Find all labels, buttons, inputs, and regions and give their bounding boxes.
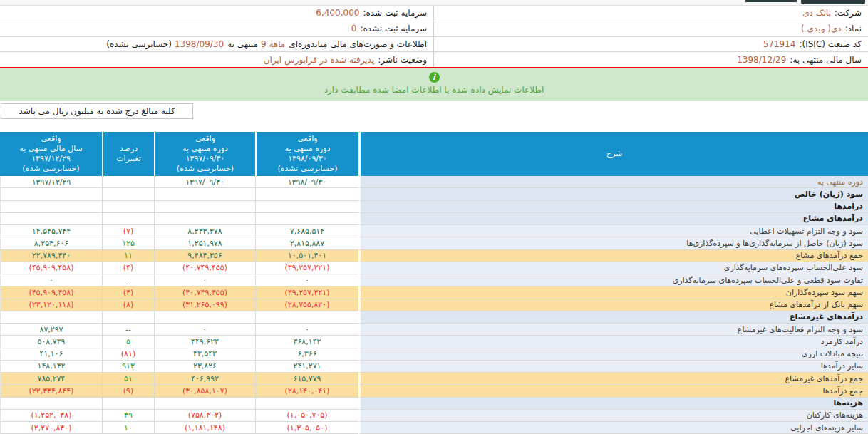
column-header-c1: واقعیدوره منتهی به۱۳۹۸/۰۹/۳۰(حسابرسی نشد… <box>255 132 358 176</box>
value-cell-c2 <box>154 311 255 324</box>
value-cell-c3: (۴) <box>102 286 154 299</box>
value-cell-c4 <box>0 188 102 200</box>
column-header-c4: واقعیسال مالی منتهی به۱۳۹۷/۱۲/۲۹(حسابرسی… <box>0 132 102 176</box>
value-cell-c3: (۸) <box>102 299 154 311</box>
column-header-c2: واقعیدوره منتهی به۱۳۹۷/۰۹/۳۰(حسابرسی شده… <box>154 132 255 176</box>
fiscal-year-label: سال مالی منتهی به: <box>790 55 862 65</box>
row-label: سود علی‌الحساب سپرده‌های سرمایه‌گذاری <box>358 262 868 274</box>
table-row: هزینه‌های کارکنان(۱,۰۵۰,۷۰۵)(۷۵۸,۴۰۲)۳۹(… <box>0 410 868 422</box>
column-header-description: شرح <box>358 132 868 176</box>
row-label: درآمدهای غیرمشاع <box>358 311 868 324</box>
value-cell-c4: (۱,۲۵۲,۰۳۸) <box>0 410 102 422</box>
row-label: درآمدهای مشاع <box>358 213 868 225</box>
value-cell-c1 <box>255 188 358 200</box>
table-row: سایر هزینه‌های اجرایی(۱,۳۰۵,۰۵۰)(۱,۱۸۱,۱… <box>0 422 868 434</box>
row-label: هزینه‌های کارکنان <box>358 410 868 422</box>
value-cell-c2: (۱,۱۸۱,۱۴۸) <box>154 422 255 434</box>
value-cell-c3: ۱۰ <box>102 422 154 434</box>
unregistered-capital-value: 0 <box>351 24 357 33</box>
unregistered-capital-row: سرمایه ثبت نشده: 0 <box>0 21 433 37</box>
fiscal-year-value: 1398/12/29 <box>737 55 786 65</box>
value-cell-c2: ۳۴۹,۶۲۳ <box>154 336 255 348</box>
value-cell-c2: ۹,۴۸۴,۳۵۶ <box>154 250 255 262</box>
table-row: جمع درآمدهای غیرمشاع۶۱۵,۷۷۹۴۰۶,۹۹۲۵۱۷۸۵,… <box>0 373 868 385</box>
value-cell-c3: (۷) <box>102 225 154 237</box>
table-row: سود (زیان) حاصل از سرمایه‌گذاری‌ها و سپر… <box>0 237 868 249</box>
table-row: سهم بانک از درآمدهای مشاع(۲۸,۷۵۵,۸۲۰)(۳۱… <box>0 299 868 311</box>
value-cell-c1: (۱,۳۰۵,۰۵۰) <box>255 422 358 434</box>
table-row: هزینه‌ها <box>0 398 868 410</box>
value-cell-c1: ۲۴۱,۲۷۱ <box>255 361 358 373</box>
table-row: سود علی‌الحساب سپرده‌های سرمایه‌گذاری(۳۹… <box>0 262 868 274</box>
isic-value: 571914 <box>763 39 796 49</box>
info-icon: i <box>429 72 440 83</box>
issuer-status-row: وضعیت ناشر: پذیرفته شده در فرابورس ایران <box>0 52 433 67</box>
value-cell-c1 <box>255 398 358 410</box>
value-cell-c1: ۶,۳۶۶ <box>255 348 358 361</box>
row-label: درآمدها <box>358 201 868 213</box>
value-cell-c2: ۰ <box>154 324 255 336</box>
value-cell-c4: ۰ <box>0 274 102 286</box>
unit-note-box: کلیه مبالغ درج شده به میلیون ریال می باش… <box>1 103 193 119</box>
report-title-middle: منتهی به <box>227 39 258 49</box>
top-strip <box>0 0 868 5</box>
table-row: جمع درآمدها(۲۸,۱۴۰,۰۴۱)(۳۰,۸۵۸,۱۰۷)(۹)(۲… <box>0 385 868 397</box>
value-cell-c2: (۳۱,۲۶۵,۰۹۹) <box>154 299 255 311</box>
report-date-highlight: 1398/09/30 <box>175 39 224 49</box>
value-cell-c4: ۲۲,۷۸۹,۳۴۰ <box>0 250 102 262</box>
row-label: سود (زیان) حاصل از سرمایه‌گذاری‌ها و سپر… <box>358 237 868 249</box>
table-row: جمع درآمدهای مشاع۱۰,۵۰۱,۴۰۱۹,۴۸۴,۳۵۶۱۱۲۲… <box>0 250 868 262</box>
value-cell-c4: ۵۰۸,۷۳۹ <box>0 336 102 348</box>
report-title-prefix: اطلاعات و صورت‌های مالی میاندوره‌ای <box>289 39 427 49</box>
row-label: سایر هزینه‌های اجرایی <box>358 422 868 434</box>
value-cell-c3 <box>102 213 154 225</box>
value-cell-c1: (۲۸,۱۴۰,۰۴۱) <box>255 385 358 397</box>
unit-note-text: کلیه مبالغ درج شده به میلیون ریال می باش… <box>19 106 175 116</box>
value-cell-c4: ۸۷,۲۹۷ <box>0 324 102 336</box>
value-cell-c4: ۴۱,۱۰۶ <box>0 348 102 361</box>
toolbar-remnant-icon <box>745 0 797 2</box>
value-cell-c4 <box>0 213 102 225</box>
issuer-status-label: وضعیت ناشر: <box>378 55 427 65</box>
value-cell-c4: (۲,۲۷۰,۸۳۰) <box>0 422 102 434</box>
signature-banner: i اطلاعات نمایش داده شده با اطلاعات امضا… <box>0 68 868 101</box>
value-cell-c3 <box>102 188 154 200</box>
report-title-suffix: (حسابرسی نشده) <box>106 39 172 49</box>
value-cell-c4: (۲۲,۳۳۴,۸۴۴) <box>0 385 102 397</box>
value-cell-c2: ۴۰۶,۹۹۲ <box>154 373 255 385</box>
value-cell-c4: ۷۸۵,۲۷۴ <box>0 373 102 385</box>
value-cell-c3: (۹) <box>102 385 154 397</box>
isic-label: کد صنعت (ISIC): <box>799 39 862 49</box>
value-cell-c4: (۲۳,۱۲۰,۱۱۸) <box>0 299 102 311</box>
table-row: سود (زیان) خالص <box>0 188 868 200</box>
company-info-left: سرمایه ثبت شده: 6,400,000 سرمایه ثبت نشد… <box>0 6 433 67</box>
value-cell-c2: ۳۳,۵۴۳ <box>154 348 255 361</box>
unregistered-capital-label: سرمایه ثبت نشده: <box>360 24 427 33</box>
report-period-highlight: 9 ماهه <box>261 39 285 49</box>
company-row: شرکت: بانک دی <box>434 6 868 21</box>
value-cell-c1: ۱۰,۵۰۱,۴۰۱ <box>255 250 358 262</box>
description-header-label: شرح <box>606 149 622 159</box>
symbol-value: دی( وبدی ) <box>801 24 842 33</box>
value-cell-c1: ۲,۸۱۵,۸۸۷ <box>255 237 358 249</box>
value-cell-c3: ۱۱ <box>102 250 154 262</box>
value-cell-c1: ۱۳۹۸/۰۹/۳۰ <box>255 176 358 188</box>
value-cell-c2: (۳۰,۸۵۸,۱۰۷) <box>154 385 255 397</box>
value-cell-c4: ۱۳۹۷/۱۲/۲۹ <box>0 176 102 188</box>
value-cell-c1: ۶۱۵,۷۷۹ <box>255 373 358 385</box>
table-row: سود و وجه التزام فعالیت‌های غیرمشاع۰۰--۸… <box>0 324 868 336</box>
report-title-row: اطلاعات و صورت‌های مالی میاندوره‌ای 9 ما… <box>0 37 433 53</box>
symbol-row: نماد: دی( وبدی ) <box>434 21 868 37</box>
value-cell-c2: (۴۰,۷۴۹,۴۵۵) <box>154 286 255 299</box>
row-label: سهم سود سپرده‌گذاران <box>358 286 868 299</box>
issuer-status-value: پذیرفته شده در فرابورس ایران <box>264 55 375 65</box>
symbol-label: نماد: <box>845 24 862 33</box>
value-cell-c2 <box>154 398 255 410</box>
value-cell-c1: ۷,۶۸۵,۵۱۴ <box>255 225 358 237</box>
value-cell-c2: ۰ <box>154 274 255 286</box>
value-cell-c2 <box>154 201 255 213</box>
value-cell-c4: (۴۵,۹۰۹,۴۵۸) <box>0 262 102 274</box>
value-cell-c2: ۱,۲۵۱,۹۷۸ <box>154 237 255 249</box>
value-cell-c1: (۳۹,۲۵۷,۲۲۱) <box>255 286 358 299</box>
value-cell-c2: ۱۳۹۷/۰۹/۳۰ <box>154 176 255 188</box>
